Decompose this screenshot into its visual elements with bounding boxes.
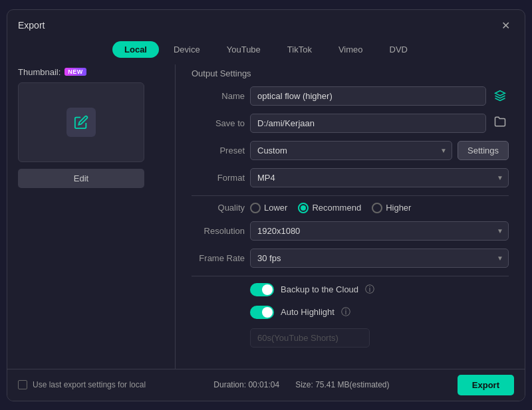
last-settings-checkbox[interactable] (18, 380, 27, 389)
backup-cloud-help-icon[interactable]: ⓘ (365, 284, 374, 296)
auto-highlight-toggle[interactable] (250, 306, 274, 319)
tab-vimeo[interactable]: Vimeo (327, 41, 375, 58)
vertical-divider (175, 64, 176, 369)
duration-value: 00:01:04 (248, 380, 279, 389)
preset-select-wrapper: Custom ▼ (250, 141, 452, 160)
tab-local[interactable]: Local (112, 41, 159, 58)
thumbnail-label-row: Thumbnail: NEW (18, 67, 86, 77)
resolution-label: Resolution (192, 226, 245, 236)
preset-select[interactable]: Custom (250, 141, 452, 160)
quality-recommend-radio[interactable] (298, 203, 309, 213)
auto-highlight-sub-wrapper: 60s(YouTube Shorts) (250, 328, 370, 348)
main-content: Thumbnail: NEW Edit Output Settings Name (7, 64, 525, 369)
frame-rate-select[interactable]: 30 fps (250, 249, 509, 268)
name-input[interactable] (250, 86, 486, 106)
quality-higher-option[interactable]: Higher (372, 203, 411, 213)
quality-lower-option[interactable]: Lower (250, 203, 287, 213)
tabs-bar: Local Device YouTube TikTok Vimeo DVD (7, 39, 525, 64)
quality-recommend-label: Recommend (312, 203, 361, 213)
save-to-label: Save to (192, 118, 245, 128)
title-bar: Export ✕ (7, 10, 525, 39)
name-label: Name (192, 91, 245, 101)
bottom-bar: Use last export settings for local Durat… (7, 369, 525, 401)
format-label: Format (192, 173, 245, 183)
quality-label: Quality (192, 203, 245, 213)
quality-radio-group: Lower Recommend Higher (250, 203, 411, 213)
auto-highlight-label: Auto Highlight (281, 307, 334, 317)
quality-lower-radio[interactable] (250, 203, 261, 213)
quality-recommend-option[interactable]: Recommend (298, 203, 361, 213)
preset-label: Preset (192, 146, 245, 155)
section-title: Output Settings (192, 68, 509, 78)
backup-cloud-toggle[interactable] (250, 283, 274, 296)
tab-youtube[interactable]: YouTube (215, 41, 273, 58)
resolution-row: Resolution 1920x1080 ▼ (192, 221, 509, 241)
divider-1 (192, 195, 509, 196)
ai-button[interactable] (491, 90, 509, 102)
backup-cloud-label: Backup to the Cloud (281, 284, 358, 294)
save-to-row: Save to D:/ami/Kerjaan (192, 114, 509, 133)
thumbnail-preview (18, 82, 144, 162)
resolution-select[interactable]: 1920x1080 (250, 221, 509, 241)
thumbnail-text: Thumbnail: (18, 67, 61, 77)
format-select[interactable]: MP4 (250, 168, 509, 187)
resolution-select-wrapper: 1920x1080 ▼ (250, 221, 509, 241)
export-dialog: Export ✕ Local Device YouTube TikTok Vim… (7, 9, 525, 401)
auto-highlight-row: Auto Highlight ⓘ (192, 306, 509, 319)
frame-rate-label: Frame Rate (192, 253, 245, 263)
duration-label: Duration: (213, 380, 246, 389)
backup-cloud-knob (262, 284, 273, 295)
preset-row: Preset Custom ▼ Settings (192, 141, 509, 160)
tab-dvd[interactable]: DVD (378, 41, 420, 58)
quality-higher-radio[interactable] (372, 203, 382, 213)
size-info: Size: 75.41 MB(estimated) (295, 380, 389, 389)
auto-highlight-help-icon[interactable]: ⓘ (341, 306, 350, 318)
auto-highlight-sub-row: 60s(YouTube Shorts) (192, 328, 509, 348)
frame-rate-row: Frame Rate 30 fps ▼ (192, 249, 509, 268)
dialog-title: Export (18, 20, 45, 31)
edit-button[interactable]: Edit (18, 169, 144, 188)
tab-device[interactable]: Device (162, 41, 212, 58)
quality-row: Quality Lower Recommend Higher (192, 203, 509, 213)
save-to-path: D:/ami/Kerjaan (250, 114, 486, 133)
duration-info: Duration: 00:01:04 (213, 380, 279, 389)
backup-cloud-row: Backup to the Cloud ⓘ (192, 283, 509, 296)
last-settings-checkbox-label[interactable]: Use last export settings for local (18, 380, 146, 389)
format-row: Format MP4 ▼ (192, 168, 509, 187)
folder-button[interactable] (491, 116, 509, 130)
format-select-wrapper: MP4 ▼ (250, 168, 509, 187)
export-button[interactable]: Export (458, 375, 514, 395)
last-settings-label: Use last export settings for local (33, 380, 146, 389)
bottom-info: Duration: 00:01:04 Size: 75.41 MB(estima… (213, 380, 389, 389)
new-badge: NEW (65, 68, 86, 76)
tab-tiktok[interactable]: TikTok (275, 41, 324, 58)
auto-highlight-knob (262, 307, 273, 318)
auto-highlight-sub-select: 60s(YouTube Shorts) (250, 328, 370, 348)
left-panel: Thumbnail: NEW Edit (18, 64, 164, 369)
quality-lower-label: Lower (264, 203, 287, 213)
size-value: 75.41 MB(estimated) (315, 380, 389, 389)
quality-higher-label: Higher (386, 203, 411, 213)
frame-rate-select-wrapper: 30 fps ▼ (250, 249, 509, 268)
settings-button[interactable]: Settings (458, 141, 509, 160)
right-panel: Output Settings Name Save to D:/ami/Kerj… (186, 64, 514, 369)
close-button[interactable]: ✕ (497, 18, 514, 33)
divider-2 (192, 276, 509, 276)
name-row: Name (192, 86, 509, 106)
size-label: Size: (295, 380, 313, 389)
thumbnail-icon (66, 108, 96, 137)
